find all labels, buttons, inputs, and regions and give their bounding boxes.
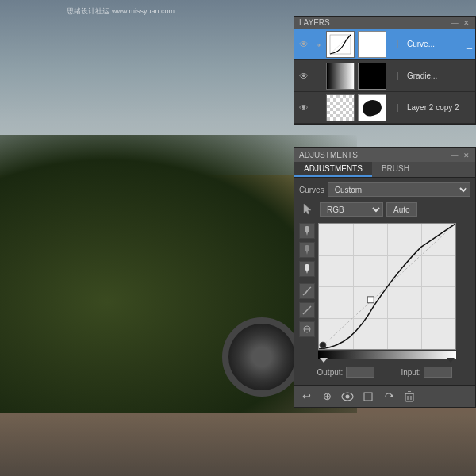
channel-row: RGB Auto <box>299 201 470 218</box>
eyedropper-gray-tool[interactable] <box>299 242 315 258</box>
tab-adjustments[interactable]: ADJUSTMENTS <box>294 162 372 177</box>
input-value-box[interactable] <box>424 367 452 378</box>
layer-row-gradient[interactable]: 👁 Gradie... <box>294 60 475 92</box>
layer-link-icon <box>390 36 405 52</box>
layer-thumb-photo <box>326 94 355 121</box>
tab-brush[interactable]: BRUSH <box>372 162 419 177</box>
layer-row-curve[interactable]: 👁 ↳ Curve... _ <box>294 29 475 60</box>
layer-arrow-curve: ↳ <box>313 39 324 50</box>
adj-content-area: Curves Custom RGB Auto <box>294 178 475 385</box>
adjustments-panel: ADJUSTMENTS — ✕ ADJUSTMENTS BRUSH Curves… <box>294 147 476 408</box>
layer-name-gradient: Gradie... <box>407 71 472 80</box>
layer-spacer-photo <box>313 102 324 113</box>
curves-svg <box>319 224 455 349</box>
svg-rect-16 <box>367 297 374 303</box>
curve-draw-tool[interactable] <box>299 283 315 299</box>
layer-name-photo: Layer 2 copy 2 <box>407 103 472 112</box>
layer-mask-photo <box>358 94 386 121</box>
new-adjustment-btn[interactable]: ⊕ <box>318 388 336 405</box>
preset-select[interactable]: Custom <box>328 182 470 197</box>
eyedropper-white-tool[interactable] <box>299 261 315 277</box>
output-val-group: Output: <box>317 367 375 378</box>
layer-name-curve: Curve... <box>407 40 464 48</box>
curves-area-row <box>299 223 470 361</box>
curves-graph[interactable] <box>318 223 456 350</box>
slider-triangle-right[interactable] <box>447 358 455 363</box>
layer-eye-icon-photo[interactable]: 👁 <box>298 102 310 114</box>
layers-title-bar: LAYERS — ✕ <box>294 17 475 29</box>
gradient-slider <box>318 351 456 359</box>
adj-minimize-btn[interactable]: — <box>451 152 459 159</box>
pointer-tool-icon[interactable] <box>299 201 317 218</box>
svg-line-12 <box>303 306 311 314</box>
layers-close-btn[interactable]: ✕ <box>463 19 470 27</box>
delete-btn[interactable] <box>401 388 418 405</box>
curves-preset-row: Curves Custom <box>299 182 470 197</box>
adj-panel-title: ADJUSTMENTS <box>299 151 358 159</box>
input-label: Input: <box>401 368 420 377</box>
layer-row-photo[interactable]: 👁 Layer 2 copy 2 <box>294 92 475 124</box>
watermark: 思绪设计社运 www.missyuan.com <box>67 6 175 17</box>
svg-marker-11 <box>306 271 308 274</box>
layer-mask-gradient <box>358 63 386 90</box>
svg-rect-8 <box>305 245 309 251</box>
curves-label: Curves <box>299 186 324 194</box>
back-history-btn[interactable]: ↩ <box>298 388 315 405</box>
curves-graph-container <box>318 223 456 361</box>
layer-thumb-curve <box>326 31 355 58</box>
svg-point-19 <box>346 394 350 398</box>
smooth-curve-tool[interactable] <box>299 321 315 337</box>
layer-thumb-gradient <box>326 63 355 90</box>
slider-triangle-left[interactable] <box>320 358 328 363</box>
layer-link2-icon <box>390 68 405 84</box>
layer-mask-curve <box>358 31 386 58</box>
layers-panel-title: LAYERS <box>299 18 330 27</box>
output-input-row: Output: Input: <box>299 364 470 380</box>
layer-eye-icon-curve[interactable]: 👁 <box>298 38 310 51</box>
wheel-element <box>222 317 301 397</box>
toggle-visibility-btn[interactable] <box>339 388 356 405</box>
layer-spacer-gradient <box>313 71 324 82</box>
view-layer-btn[interactable] <box>359 388 377 405</box>
refresh-btn[interactable] <box>380 388 397 405</box>
curves-tools-panel <box>299 223 315 337</box>
output-value-box[interactable] <box>346 367 374 378</box>
svg-point-17 <box>320 342 326 348</box>
layer-eye-icon-gradient[interactable]: 👁 <box>298 70 310 83</box>
svg-marker-7 <box>306 232 308 236</box>
curve-pencil-tool[interactable] <box>299 302 315 318</box>
layers-minimize-btn[interactable]: — <box>451 19 459 27</box>
adj-tabs-bar: ADJUSTMENTS BRUSH <box>294 162 475 178</box>
svg-rect-22 <box>405 393 413 401</box>
svg-rect-10 <box>305 264 309 271</box>
svg-marker-9 <box>306 251 308 255</box>
gradient-slider-area <box>318 351 456 361</box>
output-label: Output: <box>317 368 344 377</box>
svg-rect-6 <box>305 226 309 232</box>
eyedropper-black-tool[interactable] <box>299 223 315 239</box>
layer-underscore: _ <box>467 40 472 49</box>
adj-close-btn[interactable]: ✕ <box>463 152 470 159</box>
auto-btn[interactable]: Auto <box>386 202 417 217</box>
input-val-group: Input: <box>401 367 452 378</box>
svg-rect-20 <box>364 393 372 401</box>
layer-link3-icon <box>390 100 405 116</box>
adj-bottom-toolbar: ↩ ⊕ <box>294 385 475 407</box>
adj-title-bar: ADJUSTMENTS — ✕ <box>294 148 475 162</box>
channel-select[interactable]: RGB <box>320 202 383 217</box>
layers-panel: LAYERS — ✕ 👁 ↳ Curve... _ 👁 <box>294 16 476 125</box>
